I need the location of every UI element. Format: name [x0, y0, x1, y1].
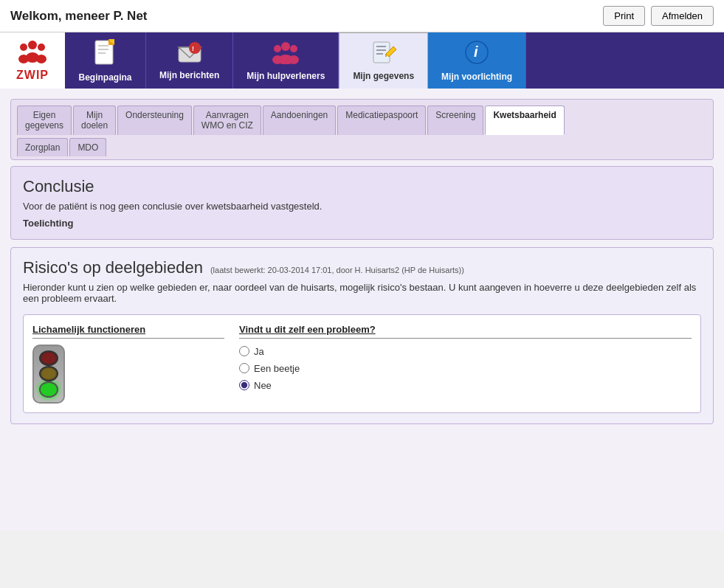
svg-point-4 [38, 44, 45, 51]
radio-option-een-beetje[interactable]: Een beetje [239, 363, 692, 374]
radio-nee-label: Nee [254, 380, 272, 391]
traffic-light-yellow [39, 366, 58, 381]
nav-bar: ZWIP Beginpagina ! Mijn berichten [0, 32, 724, 89]
tab-screening[interactable]: Screening [427, 106, 483, 135]
tab-eigen-gegevens[interactable]: Eigen gegevens [17, 106, 72, 135]
nav-item-hulpverleners[interactable]: Mijn hulpverleners [233, 32, 339, 89]
deelgebied-left: Lichamelijk functioneren [32, 324, 224, 404]
tabs-row-1: Eigen gegevens Mijn doelen Ondersteuning… [17, 106, 707, 135]
nav-label-voorlichting: Mijn voorlichting [441, 72, 512, 82]
nav-label-berichten: Mijn berichten [159, 70, 219, 80]
risicos-desc: Hieronder kunt u zien op welke gebieden … [23, 282, 701, 304]
tab-mijn-doelen[interactable]: Mijn doelen [73, 106, 116, 135]
tab-aanvragen-wmo[interactable]: Aanvragen WMO en CIZ [193, 106, 261, 135]
svg-rect-8 [98, 49, 108, 50]
tab-aandoeningen[interactable]: Aandoeningen [263, 106, 336, 135]
svg-point-16 [281, 42, 290, 51]
conclusie-title: Conclusie [23, 177, 701, 196]
nav-item-voorlichting[interactable]: i Mijn voorlichting [428, 32, 526, 89]
radio-ja[interactable] [239, 346, 249, 356]
svg-point-20 [290, 45, 297, 52]
svg-text:i: i [474, 44, 478, 60]
nav-label-hulpverleners: Mijn hulpverleners [246, 71, 325, 81]
radio-option-ja[interactable]: Ja [239, 346, 692, 357]
risicos-meta: (laatst bewerkt: 20-03-2014 17:01, door … [210, 266, 464, 274]
conclusie-section: Conclusie Voor de patiënt is nog geen co… [10, 166, 714, 240]
deelgebied-label: Lichamelijk functioneren [32, 324, 224, 339]
toelichting-label: Toelichting [23, 218, 701, 229]
risicos-section: Risico's op deelgebieden (laatst bewerkt… [10, 247, 714, 424]
svg-point-3 [18, 55, 29, 63]
header: Welkom, meneer P. Net Print Afmelden [0, 0, 724, 32]
traffic-light-red [39, 350, 58, 366]
tab-medicatiepaspoort[interactable]: Medicatiepaspoort [337, 106, 426, 135]
svg-point-19 [272, 55, 283, 64]
svg-text:!: ! [192, 45, 194, 52]
radio-een-beetje-label: Een beetje [254, 363, 300, 374]
tab-mdo[interactable]: MDO [69, 138, 106, 156]
gegevens-icon [371, 41, 396, 68]
risicos-title: Risico's op deelgebieden [23, 258, 203, 277]
hulpverleners-icon [272, 41, 299, 68]
radio-een-beetje[interactable] [239, 363, 249, 373]
svg-rect-9 [98, 52, 106, 54]
tab-zorgplan[interactable]: Zorgplan [17, 138, 68, 156]
tab-ondersteuning[interactable]: Ondersteuning [117, 106, 192, 135]
radio-option-nee[interactable]: Nee [239, 380, 692, 391]
tab-kwetsbaarheid[interactable]: Kwetsbaarheid [485, 106, 564, 135]
nav-item-mijn-berichten[interactable]: ! Mijn berichten [146, 32, 233, 89]
conclusie-text: Voor de patiënt is nog geen conclusie ov… [23, 201, 701, 212]
tabs-row-2: Zorgplan MDO [17, 138, 707, 156]
beginpagina-icon [94, 39, 117, 69]
voorlichting-icon: i [464, 40, 489, 69]
nav-logo: ZWIP [0, 32, 65, 89]
svg-point-0 [28, 41, 37, 49]
radio-options: Ja Een beetje Nee [239, 346, 692, 391]
svg-rect-23 [376, 46, 386, 47]
svg-point-14 [189, 42, 201, 54]
print-button[interactable]: Print [603, 6, 645, 26]
svg-rect-24 [376, 49, 386, 51]
nav-label-beginpagina: Beginpagina [78, 72, 131, 83]
svg-point-2 [20, 44, 27, 51]
radio-nee[interactable] [239, 380, 249, 390]
svg-point-21 [289, 55, 299, 64]
nav-label-gegevens: Mijn gegevens [353, 71, 414, 81]
deelgebied-right: Vindt u dit zelf een probleem? Ja Een be… [239, 324, 692, 404]
welcome-title: Welkom, meneer P. Net [10, 9, 148, 24]
main-content: Conclusie Voor de patiënt is nog geen co… [4, 166, 720, 430]
header-buttons: Print Afmelden [603, 6, 714, 26]
traffic-light [32, 345, 65, 404]
tabs-container: Eigen gegevens Mijn doelen Ondersteuning… [10, 99, 714, 160]
logo-people-icon [16, 40, 49, 69]
svg-point-18 [274, 45, 281, 52]
berichten-icon: ! [177, 41, 202, 67]
svg-point-5 [36, 55, 46, 63]
deelgebied-columns: Lichamelijk functioneren Vindt u dit zel… [32, 324, 692, 404]
logo-text: ZWIP [16, 69, 49, 82]
nav-item-mijn-gegevens[interactable]: Mijn gegevens [339, 32, 428, 89]
nav-item-beginpagina[interactable]: Beginpagina [65, 32, 146, 89]
deelgebied-right-label: Vindt u dit zelf een probleem? [239, 324, 692, 339]
svg-rect-25 [376, 53, 383, 55]
traffic-light-green [39, 381, 58, 397]
radio-ja-label: Ja [254, 346, 264, 357]
afmelden-button[interactable]: Afmelden [651, 6, 714, 26]
deelgebied-area: Lichamelijk functioneren Vindt u dit zel… [23, 314, 701, 413]
svg-rect-7 [98, 45, 108, 46]
risicos-header: Risico's op deelgebieden (laatst bewerkt… [23, 258, 701, 277]
